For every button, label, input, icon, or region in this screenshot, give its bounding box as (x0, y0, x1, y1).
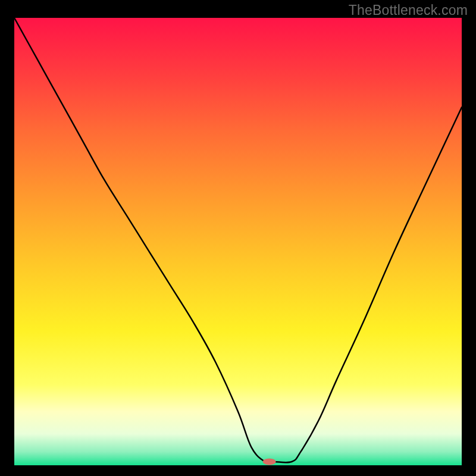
plot-area (14, 18, 462, 465)
optimal-marker (263, 458, 276, 465)
chart-svg (14, 18, 462, 465)
watermark-text: TheBottleneck.com (349, 2, 468, 18)
chart-frame: TheBottleneck.com (0, 0, 476, 476)
gradient-background (14, 18, 462, 465)
